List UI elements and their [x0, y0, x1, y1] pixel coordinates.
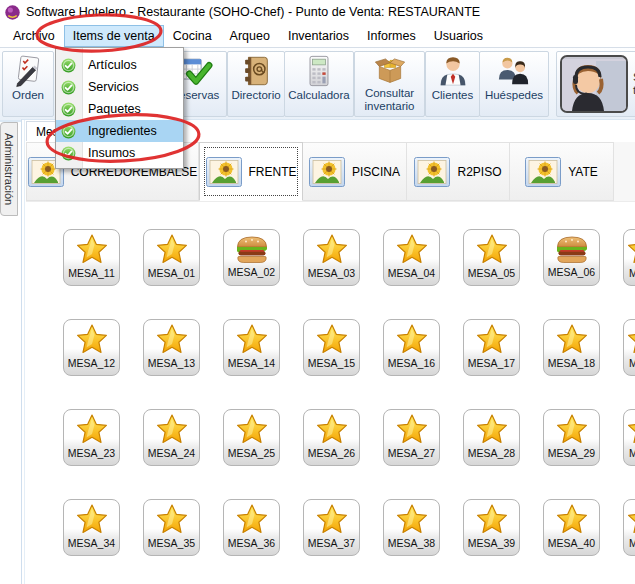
mesa-button[interactable]: MESA_15 — [303, 319, 360, 376]
mesa-row-4: MESA_34 MESA_35 MESA_36 MESA_37 MESA_38 … — [63, 499, 635, 556]
administracion-label: Administración — [3, 133, 15, 205]
mesa-button[interactable]: MESA_03 — [303, 229, 360, 286]
green-check-icon — [61, 102, 76, 117]
mesa-button[interactable]: MESA_29 — [543, 409, 600, 466]
mesa-button[interactable]: MESA_26 — [303, 409, 360, 466]
consultar-inventario-button[interactable]: Consultar inventario — [354, 51, 425, 117]
mesa-button[interactable]: MESA_39 — [463, 499, 520, 556]
sidebar-tab-administracion[interactable]: Administración — [0, 122, 18, 216]
menu-items-de-venta[interactable]: Items de venta — [64, 25, 164, 47]
star-icon — [75, 503, 109, 535]
mesa-button[interactable]: MESA_37 — [303, 499, 360, 556]
tab-frente[interactable]: FRENTE — [199, 142, 303, 201]
calculadora-button[interactable]: Calculadora — [284, 51, 354, 117]
mesa-button[interactable]: MESA_27 — [383, 409, 440, 466]
mesa-button[interactable]: MESA_23 — [63, 409, 120, 466]
mesa-row-3: MESA_23 MESA_24 MESA_25 MESA_26 MESA_27 … — [63, 409, 635, 466]
star-icon — [395, 233, 429, 265]
menu-informes[interactable]: Informes — [358, 25, 425, 47]
mesa-button[interactable]: MESA_40 — [543, 499, 600, 556]
star-icon — [626, 503, 635, 535]
mesa-button[interactable]: MESA_06 — [543, 229, 600, 286]
star-icon — [315, 233, 349, 265]
huespedes-button[interactable]: Huéspedes — [479, 51, 549, 117]
mesa-button[interactable]: MESA_14 — [223, 319, 280, 376]
support-agent-photo — [560, 55, 628, 113]
star-icon — [235, 323, 269, 355]
menu-item-servicios[interactable]: Servicios — [56, 76, 183, 98]
client-person-icon — [436, 54, 470, 88]
menu-item-articulos[interactable]: Artículos — [56, 54, 183, 76]
orden-button[interactable]: Orden — [2, 51, 54, 117]
tab-piscina[interactable]: PISCINA — [303, 142, 407, 201]
star-icon — [315, 413, 349, 445]
star-icon — [626, 413, 635, 445]
green-check-icon — [61, 58, 76, 73]
mesa-button[interactable]: MESA_35 — [143, 499, 200, 556]
menu-usuarios[interactable]: Usuarios — [425, 25, 492, 47]
star-icon — [395, 323, 429, 355]
mesa-button[interactable]: MESA_18 — [543, 319, 600, 376]
mesa-button-clipped[interactable]: M — [623, 229, 635, 286]
mesa-button[interactable]: MESA_04 — [383, 229, 440, 286]
mesa-button-clipped[interactable]: M — [623, 499, 635, 556]
mesa-button[interactable]: MESA_25 — [223, 409, 280, 466]
menu-bar: Archivo Items de venta Cocina Arqueo Inv… — [0, 24, 635, 47]
menu-archivo[interactable]: Archivo — [4, 25, 64, 47]
tab-r2piso[interactable]: R2PISO — [407, 142, 510, 201]
green-check-icon — [61, 80, 76, 95]
star-icon — [475, 233, 509, 265]
green-check-icon — [61, 146, 76, 161]
clientes-button[interactable]: Clientes — [425, 51, 480, 117]
star-icon — [475, 323, 509, 355]
star-icon — [235, 503, 269, 535]
mesa-row-1: MESA_11 MESA_01 MESA_02 MESA_03 MESA_04 … — [63, 229, 635, 286]
order-notepad-icon — [11, 54, 45, 88]
mesa-button[interactable]: MESA_17 — [463, 319, 520, 376]
directorio-button[interactable]: Directorio — [227, 51, 285, 117]
menu-item-paquetes[interactable]: Paquetes — [56, 98, 183, 120]
calculator-icon — [302, 54, 336, 88]
star-icon — [395, 413, 429, 445]
mesa-button[interactable]: MESA_38 — [383, 499, 440, 556]
menu-item-ingredientes[interactable]: Ingredientes — [56, 120, 183, 142]
burger-icon — [234, 233, 270, 264]
mesa-grid: MESA_11 MESA_01 MESA_02 MESA_03 MESA_04 … — [22, 201, 635, 584]
menu-cocina[interactable]: Cocina — [164, 25, 221, 47]
soporte-tecnico-button[interactable]: Sop téc — [556, 51, 635, 117]
mesa-button[interactable]: MESA_36 — [223, 499, 280, 556]
mesa-button[interactable]: MESA_11 — [63, 229, 120, 286]
address-book-icon — [239, 54, 273, 88]
star-icon — [555, 503, 589, 535]
title-bar: Software Hotelero - Restaurante (SOHO-Ch… — [0, 0, 635, 24]
mesa-button[interactable]: MESA_05 — [463, 229, 520, 286]
mesa-button-clipped[interactable]: M — [623, 409, 635, 466]
star-icon — [235, 413, 269, 445]
menu-inventarios[interactable]: Inventarios — [279, 25, 358, 47]
menu-arqueo[interactable]: Arqueo — [221, 25, 279, 47]
mesa-button[interactable]: MESA_34 — [63, 499, 120, 556]
star-icon — [75, 413, 109, 445]
star-icon — [555, 323, 589, 355]
inventory-box-icon — [373, 54, 407, 86]
star-icon — [75, 233, 109, 265]
mesa-button[interactable]: MESA_02 — [223, 229, 280, 286]
menu-item-insumos[interactable]: Insumos — [56, 142, 183, 164]
picture-icon — [206, 157, 242, 187]
star-icon — [626, 233, 635, 265]
picture-icon — [414, 157, 450, 187]
star-icon — [155, 413, 189, 445]
mesa-button-clipped[interactable]: M — [623, 319, 635, 376]
star-icon — [475, 413, 509, 445]
star-icon — [155, 323, 189, 355]
picture-icon — [525, 157, 561, 187]
star-icon — [555, 413, 589, 445]
mesa-button[interactable]: MESA_16 — [383, 319, 440, 376]
mesa-button[interactable]: MESA_28 — [463, 409, 520, 466]
mesa-button[interactable]: MESA_12 — [63, 319, 120, 376]
tab-yate[interactable]: YATE — [510, 142, 614, 201]
mesa-button[interactable]: MESA_13 — [143, 319, 200, 376]
mesa-button[interactable]: MESA_24 — [143, 409, 200, 466]
picture-icon — [309, 157, 345, 187]
mesa-button[interactable]: MESA_01 — [143, 229, 200, 286]
